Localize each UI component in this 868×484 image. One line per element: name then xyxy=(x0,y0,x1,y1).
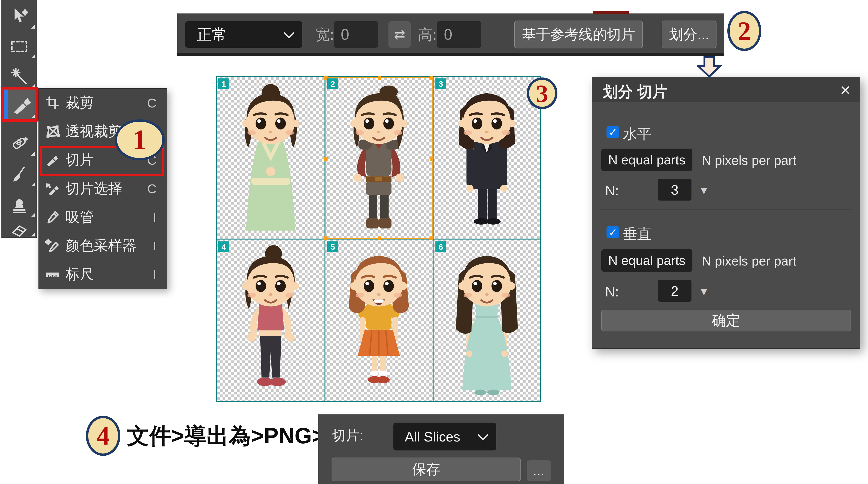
menu-item-label: 吸管 xyxy=(66,208,94,227)
menu-item-ruler[interactable]: 标尺 I xyxy=(39,260,167,289)
width-input[interactable]: 0 xyxy=(334,21,378,48)
menu-item-label: 标尺 xyxy=(66,265,94,284)
menu-item-shortcut: I xyxy=(153,267,156,282)
ok-button[interactable]: 确定 xyxy=(601,310,851,332)
character-hanfu-girl xyxy=(228,83,314,238)
menu-item-shortcut: C xyxy=(147,181,156,196)
flyout-indicator xyxy=(31,115,35,118)
slice-number-badge: 5 xyxy=(327,241,338,252)
slices-dropdown[interactable]: All Slices xyxy=(394,423,496,451)
brush-tool-button[interactable] xyxy=(2,161,37,188)
dialog-divider xyxy=(601,209,851,210)
menu-item-crop[interactable]: 裁剪 C xyxy=(39,89,167,117)
spot-healing-tool-button[interactable] xyxy=(2,131,37,157)
tool-flyout-menu: 裁剪 C 透视裁剪 C 切片 C 切片选择 C 吸管 I 颜色采样器 I 标尺 … xyxy=(38,88,167,289)
slice-handle[interactable] xyxy=(430,157,433,161)
h-equal-parts-option[interactable]: N equal parts xyxy=(601,149,692,171)
crop-icon xyxy=(45,95,60,111)
options-bar: 正常 宽: 0 ⇄ 高: 0 基于参考线的切片 划分... xyxy=(177,13,724,56)
slice-number-badge: 1 xyxy=(218,79,229,89)
h-n-label: N: xyxy=(605,182,619,198)
v-n-input[interactable]: 2 xyxy=(658,280,691,302)
character-suit-woman xyxy=(444,83,530,238)
document-canvas[interactable]: 1 2 3 4 5 6 xyxy=(216,76,541,402)
menu-item-color-sampler[interactable]: 颜色采样器 I xyxy=(39,231,167,260)
blend-mode-dropdown[interactable]: 正常 xyxy=(185,21,302,48)
horizontal-label: 水平 xyxy=(623,124,651,144)
selected-slice-outline[interactable] xyxy=(325,77,433,239)
height-input[interactable]: 0 xyxy=(437,21,481,48)
flyout-indicator xyxy=(31,152,35,156)
menu-item-shortcut: C xyxy=(147,96,156,110)
horizontal-checkbox[interactable]: ✓ xyxy=(607,126,619,138)
v-equal-parts-option[interactable]: N equal parts xyxy=(601,249,692,272)
eyedropper-icon xyxy=(45,209,60,225)
slice-handle[interactable] xyxy=(378,236,381,240)
menu-item-eyedropper[interactable]: 吸管 I xyxy=(39,203,167,231)
v-n-label: N: xyxy=(605,284,619,300)
menu-item-label: 颜色采样器 xyxy=(66,236,136,255)
slice-handle[interactable] xyxy=(378,76,381,80)
flyout-indicator xyxy=(31,213,35,217)
vertical-checkbox[interactable]: ✓ xyxy=(607,226,619,238)
ruler-icon xyxy=(45,267,60,282)
selected-tool-marker xyxy=(4,89,8,119)
flyout-indicator xyxy=(31,25,35,29)
menu-item-shortcut: I xyxy=(153,210,156,225)
triangle-down-icon[interactable]: ▼ xyxy=(699,184,709,197)
slice-handle[interactable] xyxy=(324,76,328,80)
slice-select-icon xyxy=(45,181,60,197)
magic-wand-tool-button[interactable] xyxy=(2,63,37,89)
save-button[interactable]: 保存 xyxy=(332,458,521,481)
slice-tool-button-highlighted[interactable] xyxy=(2,87,38,122)
slices-from-guides-button[interactable]: 基于参考线的切片 xyxy=(514,21,643,49)
spot-healing-tool-icon xyxy=(8,133,30,155)
vertical-label: 垂直 xyxy=(623,225,651,244)
slice-handle[interactable] xyxy=(430,236,433,240)
width-label: 宽: xyxy=(315,25,334,45)
v-pixels-per-part-option[interactable]: N pixels per part xyxy=(702,253,796,268)
step-badge-1: 1 xyxy=(115,119,165,161)
move-tool-icon xyxy=(8,6,30,28)
eraser-tool-button[interactable] xyxy=(2,220,37,238)
slice-number-badge: 3 xyxy=(435,79,446,89)
flyout-indicator xyxy=(31,55,35,58)
swap-width-height-button[interactable]: ⇄ xyxy=(389,21,411,48)
menu-item-slice-select[interactable]: 切片选择 C xyxy=(39,174,167,203)
menu-item-label: 透视裁剪 xyxy=(66,122,122,141)
perspective-crop-icon xyxy=(45,124,60,139)
marquee-tool-button[interactable] xyxy=(2,33,37,60)
slice-dropdown-label: 切片: xyxy=(332,426,363,445)
divide-button[interactable]: 划分... xyxy=(662,21,716,49)
step-number: 3 xyxy=(536,79,548,108)
slice-handle[interactable] xyxy=(324,236,328,240)
menu-item-label: 裁剪 xyxy=(66,93,94,112)
triangle-down-icon[interactable]: ▼ xyxy=(699,285,709,298)
height-label: 高: xyxy=(418,25,437,45)
more-options-button[interactable]: ... xyxy=(527,460,551,481)
red-annotation-mark xyxy=(593,11,629,14)
menu-item-label: 切片选择 xyxy=(66,179,122,198)
slices-dropdown-value: All Slices xyxy=(405,429,460,445)
h-pixels-per-part-option[interactable]: N pixels per part xyxy=(702,153,796,168)
h-n-input[interactable]: 3 xyxy=(658,179,691,201)
eraser-tool-icon xyxy=(8,218,30,240)
brush-tool-icon xyxy=(8,164,30,186)
character-skirt-girl xyxy=(336,245,422,400)
character-sporty-girl xyxy=(228,245,314,400)
flyout-indicator xyxy=(31,182,35,187)
export-save-panel: 切片: All Slices 保存 ... xyxy=(318,414,564,484)
dialog-title: 划分 切片 xyxy=(603,82,668,102)
slice-tool-icon xyxy=(11,93,34,116)
slice-number-badge: 4 xyxy=(218,241,229,252)
slice-handle[interactable] xyxy=(324,157,328,161)
toolbar xyxy=(1,0,37,238)
close-icon[interactable]: ✕ xyxy=(839,82,851,98)
move-tool-button[interactable] xyxy=(2,4,37,30)
slice-handle[interactable] xyxy=(430,76,433,80)
step-number: 1 xyxy=(133,124,147,156)
chevron-down-icon xyxy=(477,430,489,441)
clone-stamp-tool-button[interactable] xyxy=(2,192,37,219)
clone-stamp-tool-icon xyxy=(8,194,30,216)
check-icon: ✓ xyxy=(609,226,617,238)
